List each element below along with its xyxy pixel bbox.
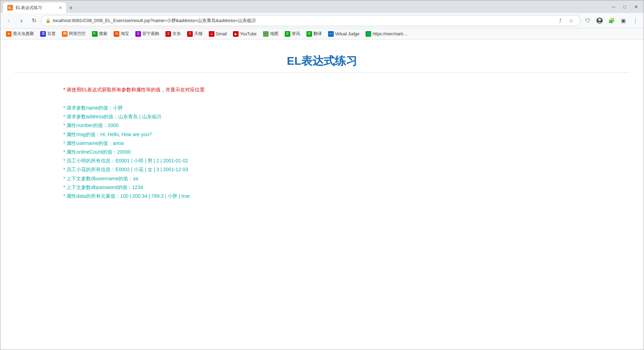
new-tab-button[interactable]: + bbox=[66, 3, 76, 13]
window-controls: ─ □ ✕ bbox=[609, 2, 641, 12]
data-item-4: 属性username的值：anna bbox=[63, 139, 581, 148]
toolbar-icons: 🛡 🧩 ▣ ⋮ bbox=[582, 15, 641, 26]
bookmark-news[interactable]: 资 资讯 bbox=[282, 30, 303, 37]
bookmark-vj-label: Virtual Judge bbox=[335, 31, 360, 36]
bookmark-gmail-icon: G bbox=[209, 31, 214, 37]
bookmark-alibaba[interactable]: 阿 阿里巴巴 bbox=[59, 30, 89, 37]
bookmark-taobao-icon: 淘 bbox=[114, 31, 119, 37]
data-item-2: 属性number的值：2000 bbox=[63, 121, 581, 130]
close-button[interactable]: ✕ bbox=[631, 2, 641, 12]
bookmark-search-label: 搜索 bbox=[99, 31, 107, 37]
bookmarks-bar: ✦ 萤火虫惠聚 百 百度 阿 阿里巴巴 🔍 搜索 淘 淘宝 苏 苏宁易购 京 京… bbox=[0, 28, 644, 40]
tab-favicon: EL bbox=[7, 5, 13, 10]
data-item-3: 属性msg的值：Hi, Hello, How are you? bbox=[63, 130, 581, 139]
bookmark-youtube-label: YouTube bbox=[240, 31, 256, 36]
bookmark-news-label: 资讯 bbox=[292, 31, 300, 37]
minimize-button[interactable]: ─ bbox=[609, 2, 618, 12]
data-list: 请求参数name的值：小胖请求参数address的值：山东青岛 | 山东临沂属性… bbox=[63, 104, 581, 201]
bookmark-gmail-label: Gmail bbox=[216, 31, 227, 36]
data-item-10: 属性data的所有元素值：100 | 200.34 | 789.3 | 小胖 |… bbox=[63, 192, 581, 201]
browser-window: EL EL表达式练习 × + ─ □ ✕ ‹ › ↻ 🔒 localhost:8… bbox=[0, 0, 644, 350]
bookmark-vj-icon: VJ bbox=[328, 31, 334, 37]
instruction-text: * 请使用EL表达式获取所有参数和属性等的值，并显示在对应位置 bbox=[63, 87, 581, 93]
bookmark-vj[interactable]: VJ Virtual Judge bbox=[325, 30, 362, 37]
refresh-button[interactable]: ↻ bbox=[28, 15, 40, 26]
bookmark-jd-icon: 京 bbox=[165, 31, 171, 37]
bookmark-merchant-icon: 🌐 bbox=[366, 31, 371, 37]
lock-icon: 🔒 bbox=[45, 18, 51, 23]
content-area: * 请使用EL表达式获取所有参数和属性等的值，并显示在对应位置 请求参数name… bbox=[0, 83, 644, 204]
data-item-9: 上下文参数dbpassword的值：1234 bbox=[63, 183, 581, 192]
tab-title: EL表达式练习 bbox=[16, 5, 56, 11]
bookmark-star-button[interactable]: ☆ bbox=[566, 16, 576, 26]
bookmark-huiju-label: 萤火虫惠聚 bbox=[13, 31, 34, 37]
bookmark-tianmao-label: 天猫 bbox=[194, 31, 203, 37]
title-bar: EL EL表达式练习 × + ─ □ ✕ bbox=[0, 0, 644, 13]
bookmark-maps[interactable]: 📍 地图 bbox=[260, 30, 281, 37]
bookmark-merchant-label: https://merchant-... bbox=[373, 31, 408, 36]
data-item-5: 属性onlineCount的值：20000 bbox=[63, 148, 581, 156]
bookmark-maps-icon: 📍 bbox=[263, 31, 269, 37]
navigation-bar: ‹ › ↻ 🔒 localhost:8081/C08_D08_EL_Exerci… bbox=[0, 13, 644, 28]
bookmark-tianmao-icon: 天 bbox=[187, 31, 193, 37]
bookmark-search-icon: 🔍 bbox=[92, 31, 98, 37]
bookmark-taobao[interactable]: 淘 淘宝 bbox=[111, 30, 132, 37]
address-bar[interactable]: 🔒 localhost:8081/C08_D08_EL_Exercise/res… bbox=[41, 15, 581, 26]
page-title: EL表达式练习 bbox=[14, 54, 630, 73]
page-content: EL表达式练习 * 请使用EL表达式获取所有参数和属性等的值，并显示在对应位置 … bbox=[0, 40, 644, 350]
bookmark-baidu-label: 百度 bbox=[47, 31, 56, 37]
data-item-8: 上下文参数dbusername的值：sa bbox=[63, 174, 581, 183]
data-item-1: 请求参数address的值：山东青岛 | 山东临沂 bbox=[63, 112, 581, 121]
bookmark-youtube-icon: ▶ bbox=[233, 31, 239, 37]
maximize-button[interactable]: □ bbox=[620, 2, 630, 12]
address-bar-icons: ⤴ ☆ bbox=[555, 16, 576, 26]
bookmark-suning-icon: 苏 bbox=[135, 31, 141, 37]
bookmark-jd-label: 京东 bbox=[172, 31, 181, 37]
data-item-0: 请求参数name的值：小胖 bbox=[63, 104, 581, 112]
data-item-7: 员工小花的所有信息：E0002 | 小花 | 女 | 3 | 2001-12-0… bbox=[63, 165, 581, 174]
data-item-6: 员工小明的所有信息：E0001 | 小明 | 男 | 2 | 2001-01-0… bbox=[63, 156, 581, 165]
back-button[interactable]: ‹ bbox=[3, 15, 14, 26]
tab-strip: EL EL表达式练习 × + bbox=[3, 0, 606, 13]
bookmark-gmail[interactable]: G Gmail bbox=[206, 30, 229, 37]
bookmark-huiju[interactable]: ✦ 萤火虫惠聚 bbox=[3, 30, 37, 37]
profile-icon bbox=[596, 17, 603, 24]
url-text: localhost:8081/C08_D08_EL_Exercise/resul… bbox=[53, 18, 553, 24]
bookmark-jd[interactable]: 京 京东 bbox=[163, 30, 184, 37]
bookmark-search[interactable]: 🔍 搜索 bbox=[89, 30, 110, 37]
bookmark-translate-label: 翻译 bbox=[313, 31, 322, 37]
bookmark-merchant[interactable]: 🌐 https://merchant-... bbox=[363, 30, 410, 37]
bookmark-baidu-icon: 百 bbox=[40, 31, 46, 37]
bookmark-youtube[interactable]: ▶ YouTube bbox=[230, 30, 259, 37]
active-tab[interactable]: EL EL表达式练习 × bbox=[3, 2, 66, 13]
sidebar-button[interactable]: ▣ bbox=[618, 15, 629, 26]
bookmark-alibaba-icon: 阿 bbox=[62, 31, 68, 37]
bookmark-huiju-icon: ✦ bbox=[6, 31, 12, 37]
forward-button[interactable]: › bbox=[16, 15, 27, 26]
profile-button[interactable] bbox=[594, 15, 605, 26]
bookmark-taobao-label: 淘宝 bbox=[121, 31, 129, 37]
share-button[interactable]: ⤴ bbox=[555, 16, 565, 26]
bookmark-tianmao[interactable]: 天 天猫 bbox=[184, 30, 205, 37]
extensions-button[interactable]: 🧩 bbox=[606, 15, 617, 26]
bookmark-translate[interactable]: 译 翻译 bbox=[304, 30, 325, 37]
menu-button[interactable]: ⋮ bbox=[630, 15, 641, 26]
bookmark-baidu[interactable]: 百 百度 bbox=[37, 30, 58, 37]
bookmark-maps-label: 地图 bbox=[270, 31, 278, 37]
tab-close-button[interactable]: × bbox=[59, 5, 62, 10]
svg-point-1 bbox=[599, 18, 601, 21]
bookmark-alibaba-label: 阿里巴巴 bbox=[69, 31, 86, 37]
bookmark-suning-label: 苏宁易购 bbox=[142, 31, 159, 37]
bookmark-suning[interactable]: 苏 苏宁易购 bbox=[133, 30, 162, 37]
bookmark-translate-icon: 译 bbox=[306, 31, 312, 37]
bookmark-news-icon: 资 bbox=[285, 31, 290, 37]
shield-button[interactable]: 🛡 bbox=[582, 15, 593, 26]
